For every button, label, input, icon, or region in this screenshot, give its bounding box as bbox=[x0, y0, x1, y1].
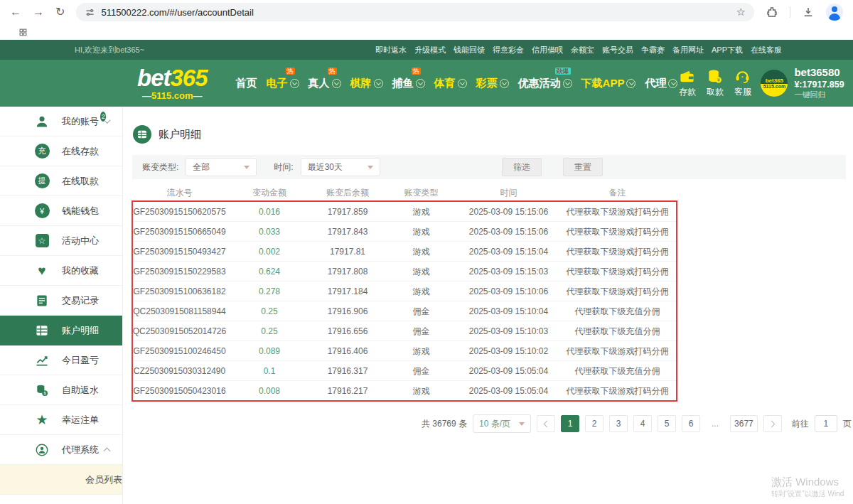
page-size-select[interactable]: 10 条/页 bbox=[473, 414, 531, 433]
page-button[interactable]: 2 bbox=[585, 415, 603, 432]
page-button[interactable]: 3 bbox=[609, 415, 628, 432]
back-icon[interactable]: ← bbox=[10, 6, 21, 18]
reset-button[interactable]: 重置 bbox=[563, 158, 603, 176]
page-button[interactable]: 1 bbox=[561, 415, 579, 432]
page-button[interactable]: 6 bbox=[682, 415, 700, 432]
goto-page-input[interactable] bbox=[815, 415, 837, 432]
nav-item[interactable]: 热电子 bbox=[267, 77, 299, 90]
sidebar-item-label: 钱能钱包 bbox=[62, 205, 99, 218]
table-cell: 2025-03-09 15:15:04 bbox=[459, 242, 558, 261]
download-icon[interactable] bbox=[802, 6, 815, 18]
sidebar-item[interactable]: 交易记录 bbox=[0, 286, 122, 316]
page-button[interactable]: 5 bbox=[658, 415, 676, 432]
sidebar-item[interactable]: 会员列表 bbox=[0, 465, 122, 495]
nav-label: 体育 bbox=[434, 77, 456, 90]
quick-action-label: 存款 bbox=[679, 86, 696, 98]
sidebar: 我的账号2充在线存款提在线取款¥钱能钱包☆活动中心♥我的收藏交易记录账户明细今日… bbox=[0, 107, 123, 504]
table-cell: 0.089 bbox=[227, 341, 312, 360]
topbar-link[interactable]: 争霸赛 bbox=[641, 45, 665, 55]
quick-return-link[interactable]: 一键回归 bbox=[794, 90, 844, 100]
topbar-link[interactable]: 即时返水 bbox=[375, 45, 407, 55]
site-header: bet365 —5115.com— 首页热电子热真人棋牌热捕鱼体育彩票劲爆优惠活… bbox=[0, 60, 853, 107]
table-cell: 代理获取下级充值分佣 bbox=[558, 361, 677, 380]
filter-bar: 账变类型: 全部 时间: 最近30天 筛选 重置 bbox=[132, 155, 846, 179]
page-button[interactable]: 3677 bbox=[730, 415, 758, 432]
table-cell: 2025-03-09 15:10:06 bbox=[459, 282, 558, 301]
site-settings-icon[interactable] bbox=[85, 7, 95, 18]
nav-item[interactable]: 代理 bbox=[645, 77, 677, 90]
table-cell: 代理获取下级游戏打码分佣 bbox=[558, 222, 677, 241]
nav-item[interactable]: 首页 bbox=[236, 77, 257, 90]
table-row: GF250309151002464500.08917916.406游戏2025-… bbox=[132, 341, 677, 361]
table-cell: GF25030915050423016 bbox=[132, 381, 227, 400]
quick-action[interactable]: 客服 bbox=[733, 68, 752, 98]
nav-item[interactable]: 棋牌 bbox=[350, 77, 383, 90]
chevron-down-icon bbox=[416, 79, 425, 88]
sidebar-item[interactable]: 我的账号2 bbox=[0, 107, 122, 136]
forward-icon[interactable]: → bbox=[33, 6, 44, 18]
topbar-link[interactable]: 得意彩金 bbox=[493, 45, 524, 55]
hot-badge: 热 bbox=[328, 68, 337, 75]
prev-page-button[interactable] bbox=[537, 415, 555, 432]
nav-item[interactable]: 体育 bbox=[434, 77, 467, 90]
detail-icon bbox=[34, 323, 50, 338]
extensions-icon[interactable] bbox=[766, 6, 778, 18]
table-cell: 2025-03-09 15:10:04 bbox=[459, 301, 558, 321]
quick-action[interactable]: 存款 bbox=[677, 68, 697, 98]
table-cell: 2025-03-09 15:15:06 bbox=[459, 202, 558, 221]
sidebar-item[interactable]: ☆活动中心 bbox=[0, 226, 122, 256]
topbar-link[interactable]: 升级模式 bbox=[414, 45, 446, 55]
topbar-link[interactable]: 钱能回馈 bbox=[454, 45, 485, 55]
topbar-link[interactable]: 备用网址 bbox=[672, 45, 704, 55]
nav-item[interactable]: 彩票 bbox=[476, 77, 509, 90]
table-cell: 17916.656 bbox=[312, 321, 383, 341]
table-cell: GF25030915150620575 bbox=[132, 202, 227, 221]
quick-action[interactable]: ¥取款 bbox=[705, 68, 724, 98]
nav-item[interactable]: 热捕鱼 bbox=[392, 77, 425, 90]
apps-grid-icon[interactable] bbox=[18, 28, 28, 37]
table-cell: 0.278 bbox=[227, 282, 312, 301]
nav-label: 棋牌 bbox=[350, 77, 372, 90]
reload-icon[interactable]: ↻ bbox=[55, 6, 65, 18]
next-page-button[interactable] bbox=[763, 415, 782, 432]
sidebar-item[interactable]: 提在线取款 bbox=[0, 166, 122, 196]
chart-icon bbox=[34, 353, 50, 368]
topbar-link[interactable]: 账号交易 bbox=[602, 45, 633, 55]
sidebar-item[interactable]: $自助返水 bbox=[0, 375, 122, 405]
nav-item[interactable]: 劲爆优惠活动 bbox=[518, 77, 572, 90]
sidebar-item[interactable]: 账户明细 bbox=[0, 316, 122, 345]
browser-chrome: ← → ↻ 511500222.com/#/user/accountDetail… bbox=[0, 0, 853, 40]
sidebar-item[interactable]: ¥钱能钱包 bbox=[0, 196, 122, 226]
topbar-link[interactable]: APP下载 bbox=[712, 45, 743, 55]
site-logo[interactable]: bet365 —5115.com— bbox=[137, 66, 208, 100]
topbar-link[interactable]: 在线客服 bbox=[751, 45, 782, 55]
profile-avatar[interactable] bbox=[826, 4, 843, 21]
page-title: 账户明细 bbox=[133, 125, 853, 144]
nav-item[interactable]: 下载APP bbox=[581, 77, 636, 90]
user-icon bbox=[34, 114, 50, 129]
table-cell: GF25030915100636182 bbox=[132, 282, 227, 301]
withdraw-icon: 提 bbox=[34, 173, 50, 189]
sidebar-item[interactable]: 代理系统 bbox=[0, 435, 122, 465]
chevron-down-icon bbox=[368, 166, 373, 169]
url-bar[interactable]: 511500222.com/#/user/accountDetail ☆ bbox=[76, 3, 754, 21]
bookmark-star-icon[interactable]: ☆ bbox=[736, 6, 746, 18]
quick-action-label: 客服 bbox=[734, 86, 751, 98]
sidebar-item-label: 自助返水 bbox=[62, 384, 99, 397]
chevron-up-icon bbox=[104, 447, 111, 454]
time-filter-select[interactable]: 最近30天 bbox=[301, 158, 380, 176]
sidebar-item[interactable]: 今日盈亏 bbox=[0, 345, 122, 375]
heart-icon: ♥ bbox=[34, 263, 50, 279]
sidebar-item[interactable]: ♥我的收藏 bbox=[0, 256, 122, 286]
filter-button[interactable]: 筛选 bbox=[502, 158, 542, 176]
sidebar-item[interactable]: 充在线存款 bbox=[0, 136, 122, 166]
nav-item[interactable]: 热真人 bbox=[309, 77, 341, 90]
topbar-link[interactable]: 余额宝 bbox=[571, 45, 594, 55]
type-filter-select[interactable]: 全部 bbox=[186, 158, 257, 176]
sidebar-item[interactable]: ★幸运注单 bbox=[0, 405, 122, 435]
column-header: 流水号 bbox=[132, 183, 227, 202]
topbar-link[interactable]: 信用借呗 bbox=[532, 45, 563, 55]
nav-label: 真人 bbox=[309, 77, 330, 90]
page-button[interactable]: 4 bbox=[633, 415, 652, 432]
table-cell: GF25030915150229583 bbox=[132, 262, 227, 281]
